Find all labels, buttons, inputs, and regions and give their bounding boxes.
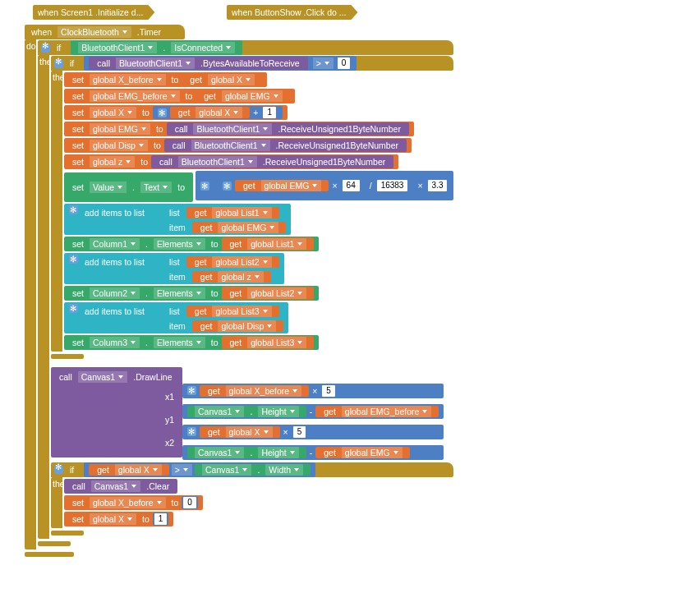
event-clockbluetooth-timer[interactable]: when ClockBluetooth .Timer bbox=[25, 25, 185, 39]
x1-expr[interactable]: getglobal X_before ×5 bbox=[182, 384, 444, 398]
compare-x-width[interactable]: getglobal X > Canvas1.Width bbox=[84, 462, 315, 477]
set-emg[interactable]: setglobal EMGto callBluetoothClient1.Rec… bbox=[64, 122, 414, 136]
gear-icon[interactable] bbox=[69, 205, 78, 214]
num-64[interactable]: 64 bbox=[343, 180, 360, 191]
call-recv-disp[interactable]: callBluetoothClient1.ReceiveUnsigned1Byt… bbox=[164, 139, 407, 152]
set-disp[interactable]: setglobal Dispto callBluetoothClient1.Re… bbox=[64, 138, 412, 153]
call-bytesavail[interactable]: call BluetoothClient1 .BytesAvailableToR… bbox=[89, 57, 307, 70]
if-label: if bbox=[57, 43, 61, 53]
if-label-2: if bbox=[70, 58, 74, 68]
when-label: when bbox=[31, 27, 52, 37]
y1-expr[interactable]: Canvas1.Height - getglobal EMG_before bbox=[182, 404, 444, 419]
set-column1-elements[interactable]: setColumn1.Elementsto getglobal List1 bbox=[64, 237, 319, 251]
set-column3-elements[interactable]: setColumn3.Elementsto getglobal List3 bbox=[64, 335, 319, 350]
gear-icon[interactable] bbox=[158, 108, 167, 117]
math-x-plus-1[interactable]: getglobal X + 1 bbox=[153, 106, 283, 119]
then-label-3: then bbox=[51, 477, 62, 490]
get-x-1[interactable]: getglobal X bbox=[182, 73, 262, 86]
num-5b[interactable]: 5 bbox=[293, 426, 306, 438]
math-outer[interactable]: getglobal EMG × 64 / 16383 × 3.3 bbox=[196, 171, 454, 200]
math-mul64[interactable]: getglobal EMG × 64 bbox=[218, 177, 366, 195]
y2-expr[interactable]: Canvas1.Height - getglobal EMG bbox=[182, 445, 444, 460]
call-recv-z[interactable]: callBluetoothClient1.ReceiveUnsigned1Byt… bbox=[151, 155, 393, 168]
set-column2-elements[interactable]: setColumn2.Elementsto getglobal List2 bbox=[64, 286, 319, 301]
get-emg-1[interactable]: getglobal EMG bbox=[196, 90, 289, 103]
add-items-list1[interactable]: add items to listlist getglobal List1 it… bbox=[64, 204, 291, 235]
num-0[interactable]: 0 bbox=[338, 57, 351, 69]
add-items-list3[interactable]: add items to listlist getglobal List3 it… bbox=[64, 302, 288, 333]
gear-icon[interactable] bbox=[41, 44, 50, 53]
clock-dropdown[interactable]: ClockBluetooth bbox=[58, 26, 131, 38]
gear-icon[interactable] bbox=[187, 386, 196, 395]
call-recv-emg[interactable]: callBluetoothClient1.ReceiveUnsigned1Byt… bbox=[167, 122, 409, 136]
num-0b[interactable]: 0 bbox=[183, 497, 196, 508]
get-list1[interactable]: getglobal List1 bbox=[186, 207, 279, 218]
gear-icon[interactable] bbox=[54, 59, 63, 68]
then-label: then bbox=[38, 55, 49, 68]
get-emg-2[interactable]: getglobal EMG bbox=[192, 222, 286, 233]
set-emgbefore[interactable]: setglobal EMG_beforeto getglobal EMG bbox=[64, 89, 295, 103]
gear-icon[interactable] bbox=[54, 465, 63, 474]
gear-icon[interactable] bbox=[69, 304, 78, 313]
event-buttonshow-click-collapsed[interactable]: when ButtonShow .Click do ... bbox=[227, 5, 358, 20]
do-label: do bbox=[25, 39, 36, 53]
timer-label: .Timer bbox=[137, 27, 161, 37]
gear-icon[interactable] bbox=[69, 255, 78, 264]
num-1b[interactable]: 1 bbox=[154, 513, 168, 525]
gear-icon[interactable] bbox=[187, 427, 196, 436]
if-x-gt-width[interactable]: if getglobal X > Canvas1.Width bbox=[51, 462, 453, 477]
math-div[interactable]: getglobal EMG × 64 / 16383 bbox=[213, 174, 414, 197]
num-1[interactable]: 1 bbox=[263, 107, 276, 118]
gear-icon[interactable] bbox=[200, 182, 209, 191]
num-5a[interactable]: 5 bbox=[322, 385, 335, 397]
set-x-1[interactable]: setglobal Xto 1 bbox=[64, 512, 173, 526]
event-screen1-init-collapsed[interactable]: when Screen1 .Initialize d... bbox=[33, 5, 154, 20]
set-z[interactable]: setglobal zto callBluetoothClient1.Recei… bbox=[64, 154, 398, 169]
if-bytes[interactable]: if call BluetoothClient1 .BytesAvailable… bbox=[51, 56, 453, 71]
call-canvas-clear[interactable]: callCanvas1.Clear bbox=[64, 479, 177, 494]
gear-icon[interactable] bbox=[223, 182, 232, 191]
num-3.3[interactable]: 3.3 bbox=[428, 180, 448, 191]
then-label-2: then bbox=[51, 71, 62, 84]
set-xbefore-0[interactable]: setglobal X_beforeto 0 bbox=[64, 495, 203, 510]
add-items-list2[interactable]: add items to listlist getglobal List2 it… bbox=[64, 253, 284, 284]
set-x[interactable]: setglobal Xto getglobal X + 1 bbox=[64, 105, 288, 120]
compare-gt[interactable]: call BluetoothClient1 .BytesAvailableToR… bbox=[84, 56, 356, 71]
call-drawline[interactable]: callCanvas1.DrawLine x1 y1 x2 y2 bbox=[51, 367, 182, 457]
set-xbefore[interactable]: setglobal X_beforeto getglobal X bbox=[64, 72, 267, 87]
if-outer[interactable]: if BluetoothClient1 . IsConnected bbox=[38, 40, 453, 55]
x2-expr[interactable]: getglobal X ×5 bbox=[182, 425, 444, 439]
set-value-text[interactable]: setValue.Textto bbox=[64, 172, 193, 202]
num-16383[interactable]: 16383 bbox=[377, 180, 408, 191]
bt-isconnected[interactable]: BluetoothClient1 . IsConnected bbox=[71, 40, 242, 55]
